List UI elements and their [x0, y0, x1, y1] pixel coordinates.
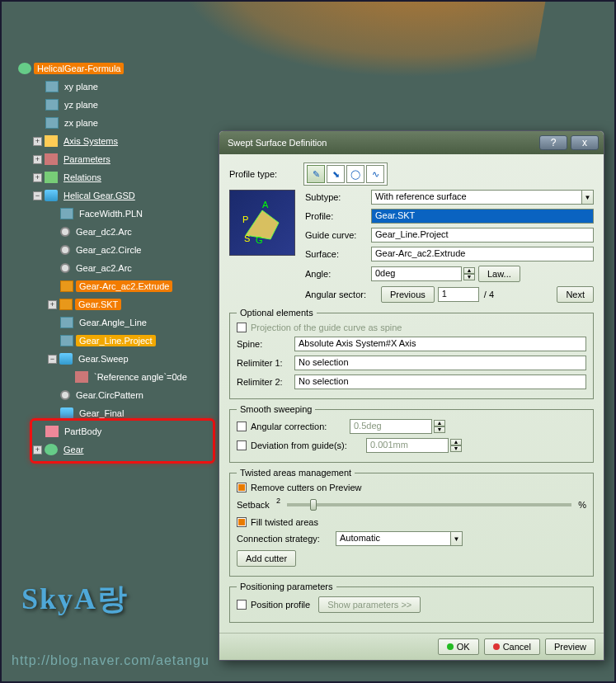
angle-input[interactable]: 0deg	[371, 266, 462, 281]
ok-button[interactable]: OK	[438, 638, 479, 655]
tree-item[interactable]: zx plane	[18, 114, 241, 132]
profile-type-conic-icon[interactable]: ∿	[366, 165, 384, 183]
svg-text:G: G	[256, 235, 263, 245]
relimiter1-input[interactable]: No selection	[294, 356, 586, 370]
svg-text:S: S	[244, 233, 250, 243]
expand-toggle[interactable]: +	[48, 300, 57, 309]
tree-item[interactable]: Gear_Line.Project	[18, 332, 241, 350]
tree-item-label: Gear_Final	[76, 407, 127, 419]
tree-item[interactable]: −Helical Gear.GSD	[18, 186, 241, 205]
tree-item[interactable]: FaceWidth.PLN	[18, 205, 241, 223]
tree-item-label: yz plane	[61, 99, 101, 111]
gsd-icon	[59, 353, 73, 365]
profile-type-line-icon[interactable]: ⬊	[327, 165, 345, 183]
sector-input[interactable]: 1	[438, 287, 479, 302]
tree-item-label: Gear.Sweep	[75, 353, 132, 365]
profile-type-explicit-icon[interactable]: ✎	[307, 165, 325, 183]
tree-item[interactable]: +Parameters	[18, 150, 241, 168]
tree-item[interactable]: Gear.CircPattern	[18, 386, 241, 404]
expand-toggle[interactable]: +	[33, 173, 42, 182]
tree-item[interactable]: yz plane	[18, 96, 241, 114]
watermark-logo: SkyA랑	[21, 579, 129, 619]
remove-cutters-checkbox[interactable]	[237, 483, 247, 492]
tree-item-label: zx plane	[61, 117, 101, 129]
setback-tick-label: 2	[276, 497, 280, 505]
connection-strategy-select[interactable]: Automatic	[336, 531, 451, 546]
preview-button[interactable]: Preview	[545, 638, 595, 655]
angular-sector-label: Angular sector:	[305, 290, 378, 299]
tree-item[interactable]: Gear_ac2.Circle	[18, 241, 241, 259]
smooth-sweeping-legend: Smooth sweeping	[237, 404, 315, 414]
profile-type-toolbar: ✎ ⬊ ◯ ∿	[303, 163, 388, 186]
law-button[interactable]: Law...	[478, 266, 520, 282]
setback-slider[interactable]	[287, 503, 571, 506]
square-icon	[60, 280, 73, 292]
highlight-box	[30, 418, 215, 464]
profile-input[interactable]: Gear.SKT	[371, 209, 594, 224]
profile-label: Profile:	[305, 211, 371, 221]
profile-preview-image: PASG	[229, 190, 295, 256]
tree-item[interactable]: Gear_ac2.Arc	[18, 259, 241, 277]
tree-item[interactable]: +Gear.SKT	[18, 295, 241, 313]
square-icon	[59, 299, 73, 310]
relimiter2-input[interactable]: No selection	[294, 374, 586, 389]
chevron-down-icon[interactable]: ▼	[450, 531, 463, 546]
cancel-dot-icon	[493, 643, 500, 650]
close-button[interactable]: x	[571, 135, 599, 150]
specification-tree[interactable]: HelicalGear-Formula xy planeyz planezx p…	[18, 59, 241, 459]
tree-root-label: HelicalGear-Formula	[34, 63, 124, 74]
tree-item-label: Gear_dc2.Arc	[73, 226, 135, 238]
guide-curve-input[interactable]: Gear_Line.Project	[371, 228, 594, 243]
tree-item[interactable]: +Relations	[18, 168, 241, 186]
fill-twisted-label: Fill twisted areas	[251, 517, 318, 527]
tree-item-label: Helical Gear.GSD	[60, 190, 139, 201]
tree-item[interactable]: `Reference angle`=0de	[18, 368, 241, 386]
profile-type-label: Profile type:	[229, 169, 303, 179]
tree-item[interactable]: Gear-Arc_ac2.Extrude	[18, 277, 241, 295]
expand-toggle[interactable]: +	[33, 155, 42, 164]
tree-item-label: Gear_Line.Project	[76, 335, 156, 346]
angular-correction-label: Angular correction:	[251, 422, 350, 431]
param-icon	[45, 153, 58, 165]
profile-type-circle-icon[interactable]: ◯	[346, 165, 364, 183]
angle-spinner[interactable]: ▲▼	[463, 267, 475, 280]
deviation-checkbox[interactable]	[237, 440, 247, 450]
tree-item[interactable]: +Axis Systems	[18, 132, 241, 150]
plane-icon	[45, 117, 59, 129]
surface-input[interactable]: Gear-Arc_ac2.Extrude	[371, 247, 594, 261]
expand-toggle[interactable]: −	[33, 191, 42, 200]
tree-item-label: Axis Systems	[60, 135, 121, 147]
cancel-button[interactable]: Cancel	[484, 638, 540, 655]
spine-input[interactable]: Absolute Axis System#X Axis	[294, 337, 586, 351]
previous-sector-button[interactable]: Previous	[381, 286, 435, 303]
add-cutter-button[interactable]: Add cutter	[237, 550, 296, 567]
tree-item-label: Gear.SKT	[75, 299, 121, 310]
fill-twisted-checkbox[interactable]	[237, 517, 247, 527]
tree-item[interactable]: Gear.Angle_Line	[18, 313, 241, 332]
chevron-down-icon[interactable]: ▼	[581, 190, 594, 205]
svg-text:P: P	[242, 214, 248, 224]
expand-toggle[interactable]: −	[48, 355, 57, 364]
dialog-titlebar[interactable]: Swept Surface Definition ? x	[219, 131, 604, 154]
next-sector-button[interactable]: Next	[557, 286, 594, 303]
deviation-input: 0.001mm	[366, 438, 449, 453]
tree-item-label: Gear.Angle_Line	[76, 317, 150, 328]
plane-icon	[45, 81, 59, 92]
position-profile-checkbox[interactable]	[237, 600, 247, 610]
connection-strategy-label: Connection strategy:	[237, 534, 336, 544]
dialog-footer: OK Cancel Preview	[219, 633, 604, 660]
tree-item-label: FaceWidth.PLN	[76, 208, 146, 219]
tree-item[interactable]: Gear_dc2.Arc	[18, 223, 241, 241]
angular-correction-spinner: ▲▼	[434, 420, 445, 433]
smooth-sweeping-group: Smooth sweeping Angular correction: 0.5d…	[229, 404, 594, 463]
tree-root[interactable]: HelicalGear-Formula	[18, 59, 241, 78]
tree-item-label: xy plane	[61, 81, 101, 92]
circle-icon	[60, 245, 70, 255]
subtype-select[interactable]: With reference surface	[371, 190, 582, 205]
expand-toggle[interactable]: +	[33, 137, 42, 146]
help-button[interactable]: ?	[539, 135, 567, 150]
tree-item[interactable]: xy plane	[18, 78, 241, 96]
angular-correction-checkbox[interactable]	[237, 422, 247, 431]
projection-checkbox[interactable]	[237, 323, 247, 332]
tree-item[interactable]: −Gear.Sweep	[18, 350, 241, 368]
